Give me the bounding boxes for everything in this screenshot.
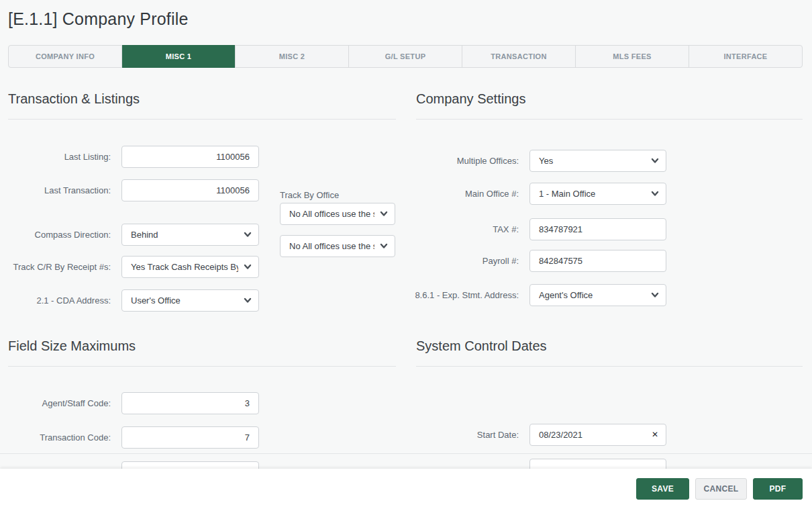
chevron-down-icon bbox=[650, 156, 660, 165]
tab-misc-1[interactable]: MISC 1 bbox=[122, 45, 236, 68]
exp-stmt-address-label: 8.6.1 - Exp. Stmt. Address: bbox=[356, 284, 519, 306]
exp-stmt-address-row: 8.6.1 - Exp. Stmt. Address: Agent's Offi… bbox=[0, 284, 812, 306]
tab-gl-setup[interactable]: G/L SETUP bbox=[349, 46, 462, 67]
tab-interface[interactable]: INTERFACE bbox=[689, 46, 802, 67]
main-office-label: Main Office #: bbox=[356, 183, 519, 205]
page-title: [E.1.1] Company Profile bbox=[8, 9, 189, 29]
section-divider bbox=[416, 119, 803, 120]
field-size-maximums-heading: Field Size Maximums bbox=[8, 338, 136, 354]
tab-misc-2[interactable]: MISC 2 bbox=[236, 46, 349, 67]
company-settings-heading: Company Settings bbox=[416, 91, 525, 107]
tab-transaction[interactable]: TRANSACTION bbox=[462, 46, 576, 67]
start-date-label: Start Date: bbox=[356, 424, 519, 446]
section-divider bbox=[8, 119, 396, 120]
section-divider bbox=[8, 366, 396, 367]
payroll-number-input[interactable] bbox=[529, 250, 666, 272]
chevron-down-icon bbox=[379, 241, 389, 250]
multiple-offices-select[interactable]: Yes bbox=[529, 150, 666, 172]
system-control-dates-heading: System Control Dates bbox=[416, 338, 547, 354]
clear-date-icon[interactable]: ✕ bbox=[652, 424, 658, 445]
tax-number-input[interactable] bbox=[529, 218, 666, 240]
chevron-down-icon bbox=[650, 189, 660, 198]
exp-stmt-address-select[interactable]: Agent's Office bbox=[529, 284, 666, 306]
pdf-button[interactable]: PDF bbox=[753, 478, 803, 500]
section-divider bbox=[416, 366, 803, 367]
company-profile-page: [E.1.1] Company Profile COMPANY INFO MIS… bbox=[0, 0, 812, 507]
multiple-offices-row: Multiple Offices: Yes bbox=[0, 150, 812, 172]
agent-staff-code-label: Agent/Staff Code: bbox=[0, 392, 111, 414]
chevron-down-icon bbox=[650, 290, 660, 299]
start-date-input[interactable]: 08/23/2021 ✕ bbox=[529, 424, 666, 446]
payroll-number-label: Payroll #: bbox=[356, 250, 519, 272]
transaction-listings-heading: Transaction & Listings bbox=[8, 91, 140, 107]
tab-mls-fees[interactable]: MLS FEES bbox=[576, 46, 689, 67]
cancel-button[interactable]: CANCEL bbox=[695, 478, 747, 500]
chevron-down-icon bbox=[379, 209, 389, 218]
content-divider bbox=[0, 453, 812, 454]
save-button[interactable]: SAVE bbox=[636, 478, 689, 500]
payroll-number-row: Payroll #: bbox=[0, 250, 812, 272]
multiple-offices-label: Multiple Offices: bbox=[356, 150, 519, 172]
tax-number-label: TAX #: bbox=[356, 218, 519, 240]
tax-number-row: TAX #: bbox=[0, 218, 812, 240]
tab-bar: COMPANY INFO MISC 1 MISC 2 G/L SETUP TRA… bbox=[8, 45, 803, 68]
tab-company-info[interactable]: COMPANY INFO bbox=[9, 46, 122, 67]
start-date-row: Start Date: 08/23/2021 ✕ bbox=[0, 424, 812, 446]
main-office-row: Main Office #: 1 - Main Office bbox=[0, 183, 812, 205]
agent-staff-code-row: Agent/Staff Code: bbox=[0, 392, 812, 414]
agent-staff-code-input[interactable] bbox=[121, 392, 259, 414]
footer-bar: SAVE CANCEL PDF bbox=[0, 469, 812, 507]
main-office-select[interactable]: 1 - Main Office bbox=[529, 183, 666, 205]
